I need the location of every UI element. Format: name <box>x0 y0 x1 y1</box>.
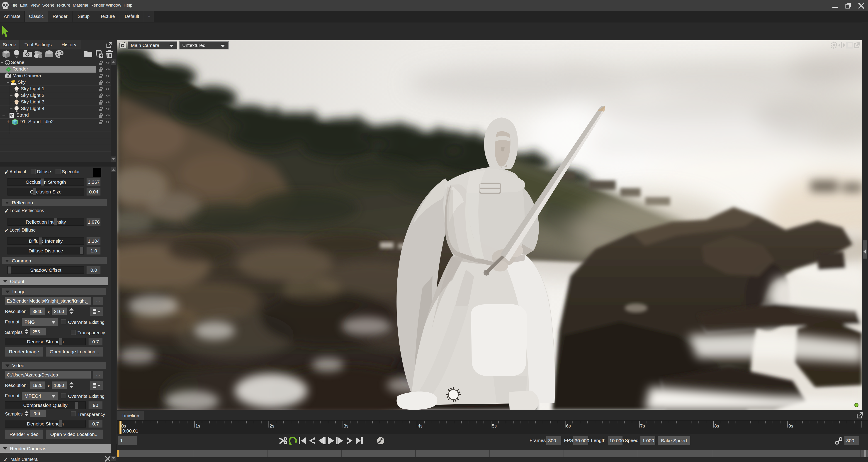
svg-text:8s: 8s <box>714 424 719 428</box>
svg-text:6s: 6s <box>566 424 571 428</box>
svg-text:9s: 9s <box>788 424 793 428</box>
svg-text:1s: 1s <box>195 424 200 428</box>
svg-text:2s: 2s <box>270 424 274 428</box>
svg-text:5s: 5s <box>492 424 497 428</box>
svg-text:7s: 7s <box>640 424 645 428</box>
svg-text:0:00.01: 0:00.01 <box>122 428 138 433</box>
svg-text:4s: 4s <box>418 424 423 428</box>
svg-text:3s: 3s <box>344 424 348 428</box>
svg-text:0s: 0s <box>121 424 126 428</box>
